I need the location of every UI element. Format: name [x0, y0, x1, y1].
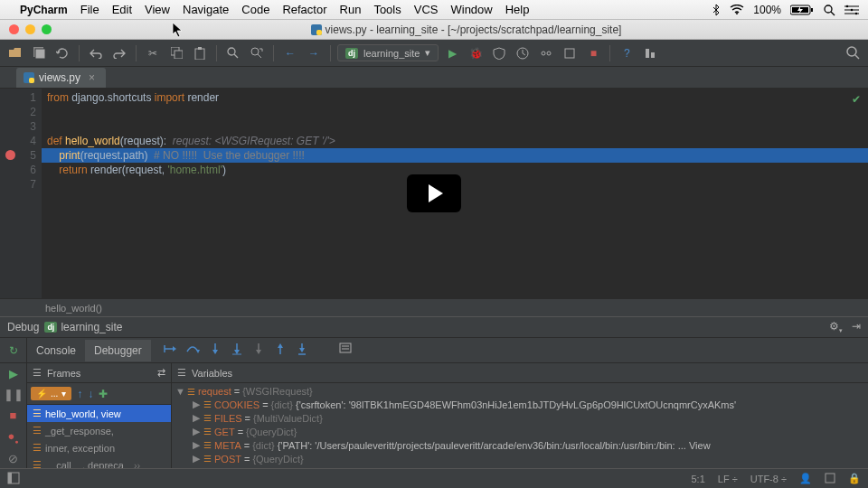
open-icon[interactable] — [5, 43, 25, 63]
attach-icon[interactable] — [560, 43, 580, 63]
line-number[interactable]: 4 — [0, 134, 36, 148]
forward-icon[interactable]: → — [304, 43, 324, 63]
variable-row[interactable]: ▶☰ GET = {QueryDict} — [172, 425, 868, 438]
wifi-icon[interactable] — [730, 5, 744, 14]
file-encoding[interactable]: UTF-8 ÷ — [750, 474, 787, 484]
next-frame-icon[interactable]: ↓ — [88, 388, 93, 400]
run-icon[interactable]: ▶ — [442, 43, 462, 63]
help-icon[interactable]: ? — [617, 43, 637, 63]
line-separator[interactable]: LF ÷ — [718, 474, 738, 484]
breadcrumb-item[interactable]: hello_world() — [45, 303, 102, 314]
frame-item[interactable]: ☰inner, exception — [27, 439, 171, 456]
expand-arrow-icon[interactable]: ▶ — [192, 399, 201, 410]
force-step-into-icon[interactable] — [252, 343, 265, 358]
variable-row[interactable]: ▶☰ POST = {QueryDict} — [172, 452, 868, 465]
editor-tab[interactable]: views.py × — [16, 68, 106, 88]
paste-icon[interactable] — [190, 43, 210, 63]
console-tab[interactable]: Console — [27, 340, 85, 361]
code-editor[interactable]: 1 2 3 4 5 6 7 ✔ from django.shortcuts im… — [0, 89, 868, 298]
gear-icon[interactable]: ⚙▾ — [829, 320, 843, 334]
editor-gutter[interactable]: 1 2 3 4 5 6 7 — [0, 89, 42, 298]
menu-file[interactable]: File — [80, 3, 99, 16]
spotlight-icon[interactable] — [823, 4, 835, 16]
menu-window[interactable]: Window — [450, 3, 492, 16]
variable-row[interactable]: ▶☰ FILES = {MultiValueDict} — [172, 411, 868, 425]
inspection-indicator-icon[interactable]: 👤 — [799, 473, 812, 484]
resume-icon[interactable]: ▶ — [9, 367, 18, 380]
expand-arrow-icon[interactable]: ▶ — [192, 426, 201, 437]
variable-row[interactable]: ▶☰ COOKIES = {dict} {'csrftoken': '98lTB… — [172, 398, 868, 411]
variable-row[interactable]: ▼☰ request = {WSGIRequest} — [172, 385, 868, 398]
view-breakpoints-icon[interactable]: ●● — [7, 429, 18, 445]
variables-list[interactable]: ▼☰ request = {WSGIRequest} ▶☰ COOKIES = … — [172, 383, 868, 481]
close-tab-icon[interactable]: × — [89, 71, 95, 84]
menu-help[interactable]: Help — [505, 3, 530, 16]
menu-code[interactable]: Code — [241, 3, 269, 16]
run-configuration-selector[interactable]: dj learning_site ▾ — [337, 44, 439, 61]
line-number[interactable]: 7 — [0, 177, 36, 192]
search-everywhere-icon[interactable] — [843, 43, 863, 63]
breakpoint-icon[interactable] — [5, 150, 15, 160]
save-all-icon[interactable] — [29, 43, 49, 63]
stop-icon[interactable]: ■ — [583, 43, 603, 63]
expand-arrow-icon[interactable]: ▶ — [192, 412, 201, 424]
app-name[interactable]: PyCharm — [20, 4, 68, 16]
coverage-icon[interactable] — [489, 43, 509, 63]
line-number[interactable]: 3 — [0, 119, 36, 134]
prev-frame-icon[interactable]: ↑ — [77, 388, 82, 400]
hide-icon[interactable]: ⇥ — [852, 320, 861, 334]
minimize-button[interactable] — [25, 24, 35, 34]
close-button[interactable] — [9, 24, 19, 34]
video-play-button[interactable] — [407, 174, 461, 212]
expand-arrow-icon[interactable]: ▶ — [192, 453, 201, 465]
back-icon[interactable]: ← — [280, 43, 300, 63]
copy-icon[interactable] — [166, 43, 186, 63]
menu-vcs[interactable]: VCS — [414, 3, 439, 16]
bluetooth-icon[interactable] — [712, 4, 721, 16]
frame-item[interactable]: ☰_get_response, — [27, 422, 171, 439]
thread-selector[interactable]: ⚡ ... ▾ — [31, 387, 71, 400]
stop-icon[interactable]: ■ — [10, 408, 17, 422]
menu-run[interactable]: Run — [340, 3, 362, 16]
battery-icon[interactable] — [790, 5, 814, 15]
toolwindow-toggle-icon[interactable] — [7, 472, 20, 486]
line-number[interactable]: 6 — [0, 163, 36, 177]
add-frame-icon[interactable]: ✚ — [99, 388, 108, 400]
profile-icon[interactable] — [513, 43, 533, 63]
redo-icon[interactable] — [109, 43, 129, 63]
expand-arrow-icon[interactable]: ▼ — [175, 386, 184, 397]
concurrency-icon[interactable] — [536, 43, 556, 63]
step-into-icon[interactable] — [209, 343, 222, 358]
run-to-cursor-icon[interactable] — [296, 343, 308, 358]
menu-view[interactable]: View — [145, 3, 170, 16]
replace-icon[interactable] — [247, 43, 267, 63]
inspection-ok-icon[interactable]: ✔ — [852, 92, 861, 107]
find-icon[interactable] — [223, 43, 243, 63]
menu-tools[interactable]: Tools — [373, 3, 401, 16]
pause-icon[interactable]: ❚❚ — [4, 388, 24, 401]
breadcrumb[interactable]: hello_world() — [0, 298, 868, 316]
menu-refactor[interactable]: Refactor — [282, 3, 326, 16]
lock-icon[interactable]: 🔒 — [848, 473, 861, 484]
variable-row[interactable]: ▶☰ META = {dict} {'PATH': '/Users/paulev… — [172, 438, 868, 452]
menu-extras-icon[interactable] — [844, 5, 859, 15]
debugger-tab[interactable]: Debugger — [85, 340, 151, 361]
menu-edit[interactable]: Edit — [112, 3, 132, 16]
evaluate-expression-icon[interactable] — [339, 343, 352, 358]
step-out-icon[interactable] — [274, 343, 287, 358]
line-number[interactable]: 1 — [0, 90, 36, 105]
frame-item[interactable]: ☰hello_world, view — [27, 405, 171, 422]
expand-arrow-icon[interactable]: ▶ — [192, 439, 201, 451]
debug-icon[interactable]: 🐞 — [466, 43, 486, 63]
caret-position[interactable]: 5:1 — [692, 474, 705, 484]
scientific-mode-icon[interactable] — [640, 43, 660, 63]
memory-indicator-icon[interactable] — [825, 473, 835, 485]
line-number[interactable]: 5 — [0, 148, 36, 163]
step-over-icon[interactable] — [185, 343, 200, 358]
restore-layout-icon[interactable]: ⇄ — [157, 367, 165, 379]
maximize-button[interactable] — [42, 24, 52, 34]
menu-navigate[interactable]: Navigate — [183, 3, 229, 16]
undo-icon[interactable] — [86, 43, 106, 63]
show-execution-point-icon[interactable] — [164, 343, 176, 358]
sync-icon[interactable] — [52, 43, 72, 63]
